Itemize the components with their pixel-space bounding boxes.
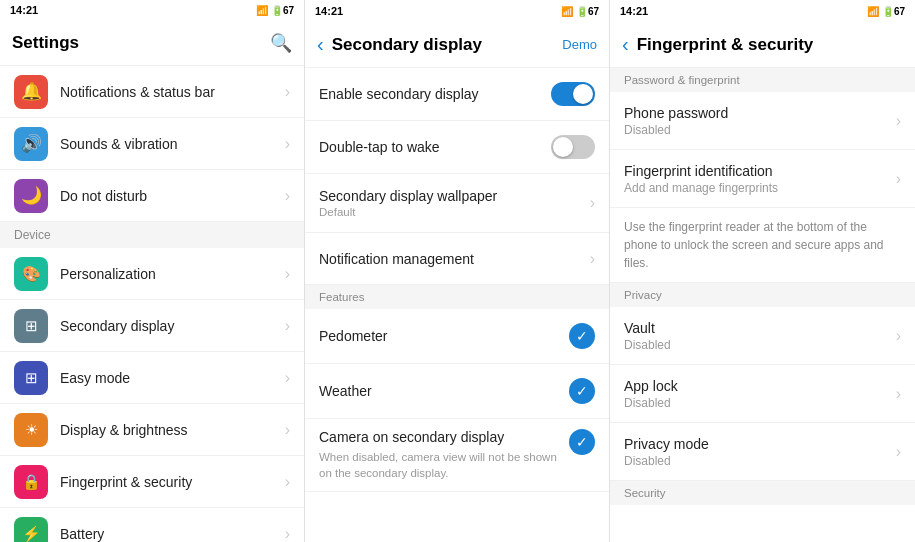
chevron-icon: › bbox=[896, 443, 901, 461]
app-lock-title: App lock bbox=[624, 378, 896, 394]
fingerprint-id-subtitle: Add and manage fingerprints bbox=[624, 181, 896, 195]
chevron-icon: › bbox=[285, 317, 290, 335]
phone-password-row[interactable]: Phone password Disabled › bbox=[610, 92, 915, 150]
chevron-icon: › bbox=[285, 265, 290, 283]
fingerprint-security-label: Fingerprint & security bbox=[60, 474, 285, 490]
display-brightness-icon: ☀ bbox=[14, 413, 48, 447]
double-tap-label: Double-tap to wake bbox=[319, 139, 551, 155]
weather-check[interactable]: ✓ bbox=[569, 378, 595, 404]
double-tap-wake-row[interactable]: Double-tap to wake bbox=[305, 121, 609, 174]
fingerprint-description: Use the fingerprint reader at the bottom… bbox=[610, 208, 915, 283]
phone-password-subtitle: Disabled bbox=[624, 123, 896, 137]
sounds-text: Sounds & vibration bbox=[60, 136, 285, 152]
features-section-label: Features bbox=[305, 285, 609, 309]
camera-secondary-row[interactable]: Camera on secondary display When disable… bbox=[305, 419, 609, 492]
phone-password-title: Phone password bbox=[624, 105, 896, 121]
right-panel-header: ‹ Fingerprint & security bbox=[610, 22, 915, 68]
chevron-icon: › bbox=[896, 170, 901, 188]
sounds-label: Sounds & vibration bbox=[60, 136, 285, 152]
personalization-icon: 🎨 bbox=[14, 257, 48, 291]
time-mid: 14:21 bbox=[315, 5, 343, 17]
sidebar-item-fingerprint-security[interactable]: 🔒 Fingerprint & security › bbox=[0, 456, 304, 508]
status-bar-right: 14:21 📶 🔋67 bbox=[610, 0, 915, 22]
chevron-icon: › bbox=[285, 525, 290, 543]
chevron-icon: › bbox=[285, 187, 290, 205]
sidebar-item-sounds[interactable]: 🔊 Sounds & vibration › bbox=[0, 118, 304, 170]
camera-check[interactable]: ✓ bbox=[569, 429, 595, 455]
notification-mgmt-row[interactable]: Notification management › bbox=[305, 233, 609, 285]
chevron-icon: › bbox=[285, 369, 290, 387]
settings-title: Settings bbox=[12, 33, 270, 53]
camera-secondary-label: Camera on secondary display bbox=[319, 429, 559, 445]
sidebar-item-battery[interactable]: ⚡ Battery › bbox=[0, 508, 304, 542]
fingerprint-security-icon: 🔒 bbox=[14, 465, 48, 499]
sidebar-item-easy-mode[interactable]: ⊞ Easy mode › bbox=[0, 352, 304, 404]
fingerprint-id-title: Fingerprint identification bbox=[624, 163, 896, 179]
battery-icon: ⚡ bbox=[14, 517, 48, 543]
toggle-thumb bbox=[573, 84, 593, 104]
easy-mode-label: Easy mode bbox=[60, 370, 285, 386]
vault-title: Vault bbox=[624, 320, 896, 336]
vault-subtitle: Disabled bbox=[624, 338, 896, 352]
chevron-icon: › bbox=[896, 327, 901, 345]
chevron-icon: › bbox=[285, 473, 290, 491]
sounds-icon: 🔊 bbox=[14, 127, 48, 161]
enable-secondary-display-row[interactable]: Enable secondary display bbox=[305, 68, 609, 121]
battery-label: Battery bbox=[60, 526, 285, 542]
chevron-icon: › bbox=[590, 194, 595, 212]
vault-row[interactable]: Vault Disabled › bbox=[610, 307, 915, 365]
sidebar-item-secondary-display[interactable]: ⊞ Secondary display › bbox=[0, 300, 304, 352]
wallpaper-row[interactable]: Secondary display wallpaper Default › bbox=[305, 174, 609, 233]
pedometer-check[interactable]: ✓ bbox=[569, 323, 595, 349]
demo-button[interactable]: Demo bbox=[562, 37, 597, 52]
dnd-label: Do not disturb bbox=[60, 188, 285, 204]
enable-secondary-toggle[interactable] bbox=[551, 82, 595, 106]
privacy-mode-subtitle: Disabled bbox=[624, 454, 896, 468]
dnd-text: Do not disturb bbox=[60, 188, 285, 204]
notifications-label: Notifications & status bar bbox=[60, 84, 285, 100]
device-section-label: Device bbox=[0, 222, 304, 248]
privacy-mode-title: Privacy mode bbox=[624, 436, 896, 452]
double-tap-toggle[interactable] bbox=[551, 135, 595, 159]
back-button-right[interactable]: ‹ bbox=[622, 33, 629, 56]
back-button-mid[interactable]: ‹ bbox=[317, 33, 324, 56]
status-bar-mid: 14:21 📶 🔋67 bbox=[305, 0, 609, 22]
time-right: 14:21 bbox=[620, 5, 648, 17]
mid-panel-header: ‹ Secondary display Demo bbox=[305, 22, 609, 68]
mid-panel: 14:21 📶 🔋67 ‹ Secondary display Demo Ena… bbox=[305, 0, 610, 542]
sidebar-item-notifications[interactable]: 🔔 Notifications & status bar › bbox=[0, 66, 304, 118]
search-icon[interactable]: 🔍 bbox=[270, 32, 292, 54]
personalization-label: Personalization bbox=[60, 266, 285, 282]
chevron-icon: › bbox=[285, 135, 290, 153]
pedometer-row[interactable]: Pedometer ✓ bbox=[305, 309, 609, 364]
privacy-mode-row[interactable]: Privacy mode Disabled › bbox=[610, 423, 915, 481]
camera-secondary-desc: When disabled, camera view will not be s… bbox=[319, 449, 559, 481]
time-left: 14:21 bbox=[10, 4, 38, 16]
chevron-icon: › bbox=[285, 421, 290, 439]
toggle-thumb bbox=[553, 137, 573, 157]
fingerprint-id-row[interactable]: Fingerprint identification Add and manag… bbox=[610, 150, 915, 208]
enable-secondary-label: Enable secondary display bbox=[319, 86, 551, 102]
privacy-section-label: Privacy bbox=[610, 283, 915, 307]
secondary-display-title: Secondary display bbox=[332, 35, 563, 55]
left-panel: 14:21 📶 🔋67 Settings 🔍 🔔 Notifications &… bbox=[0, 0, 305, 542]
chevron-icon: › bbox=[896, 112, 901, 130]
dnd-icon: 🌙 bbox=[14, 179, 48, 213]
display-brightness-label: Display & brightness bbox=[60, 422, 285, 438]
notification-mgmt-label: Notification management bbox=[319, 251, 590, 267]
sidebar-item-display-brightness[interactable]: ☀ Display & brightness › bbox=[0, 404, 304, 456]
status-icons-left: 📶 🔋67 bbox=[256, 5, 294, 16]
chevron-icon: › bbox=[896, 385, 901, 403]
left-panel-header: Settings 🔍 bbox=[0, 20, 304, 66]
chevron-icon: › bbox=[285, 83, 290, 101]
pedometer-label: Pedometer bbox=[319, 328, 569, 344]
app-lock-row[interactable]: App lock Disabled › bbox=[610, 365, 915, 423]
chevron-icon: › bbox=[590, 250, 595, 268]
status-bar-left: 14:21 📶 🔋67 bbox=[0, 0, 304, 20]
weather-label: Weather bbox=[319, 383, 569, 399]
password-fingerprint-label: Password & fingerprint bbox=[610, 68, 915, 92]
sidebar-item-personalization[interactable]: 🎨 Personalization › bbox=[0, 248, 304, 300]
sidebar-item-dnd[interactable]: 🌙 Do not disturb › bbox=[0, 170, 304, 222]
easy-mode-icon: ⊞ bbox=[14, 361, 48, 395]
weather-row[interactable]: Weather ✓ bbox=[305, 364, 609, 419]
